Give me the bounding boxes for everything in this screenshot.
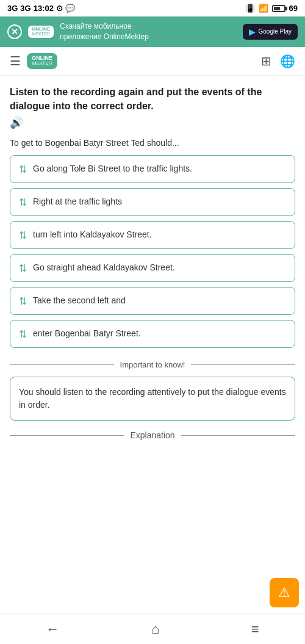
- drag-item[interactable]: ⇅ Take the second left and: [10, 287, 295, 315]
- bottom-nav: ← ⌂ ≡: [0, 613, 305, 644]
- explanation-divider-line-left: [10, 435, 124, 436]
- banner-logo: ONLINE МЕКТЕП: [28, 26, 54, 38]
- important-label: Important to know!: [120, 360, 185, 369]
- drag-item[interactable]: ⇅ Go along Tole Bi Street to the traffic…: [10, 155, 295, 183]
- battery-icon: [272, 5, 285, 12]
- gps-icon: ⊙: [56, 4, 63, 13]
- nav-right: ⊞ 🌐: [261, 54, 295, 68]
- drag-item-text: Right at the traffic lights: [33, 196, 122, 208]
- drag-item[interactable]: ⇅ Go straight ahead Kaldayakov Street.: [10, 254, 295, 282]
- warning-button[interactable]: ⚠: [270, 578, 299, 607]
- warning-icon: ⚠: [278, 585, 290, 601]
- time-display: 13:02: [34, 4, 54, 13]
- drag-item-text: turn left into Kaldayakov Street.: [33, 229, 152, 241]
- back-button[interactable]: ←: [46, 621, 59, 637]
- drag-item[interactable]: ⇅ Right at the traffic lights: [10, 188, 295, 216]
- drag-handle-icon: ⇅: [19, 230, 27, 241]
- hamburger-menu-icon[interactable]: ☰: [10, 54, 21, 68]
- status-bar: 3G 3G 13:02 ⊙ 💬 📳 📶 69: [0, 0, 305, 16]
- drag-items-list: ⇅ Go along Tole Bi Street to the traffic…: [10, 155, 295, 348]
- divider-line-left: [10, 364, 114, 365]
- status-left: 3G 3G 13:02 ⊙ 💬: [7, 4, 75, 13]
- info-box: You should listen to the recording atten…: [10, 377, 295, 421]
- banner-text-line1: Скачайте мобильное: [60, 21, 149, 32]
- explanation-label: Explanation: [130, 430, 174, 440]
- main-title: Listen to the recording again and put th…: [10, 85, 295, 131]
- grid-icon[interactable]: ⊞: [261, 54, 271, 68]
- banner-left: ✕ ONLINE МЕКТЕП Скачайте мобильное прило…: [7, 21, 149, 42]
- chat-icon: 💬: [65, 4, 75, 13]
- drag-handle-icon: ⇅: [19, 328, 27, 340]
- divider-line-right: [191, 364, 295, 365]
- banner-logo-line2: МЕКТЕП: [32, 32, 50, 37]
- status-right: 📳 📶 69: [245, 4, 298, 13]
- banner-text: Скачайте мобильное приложение OnlineMekt…: [60, 21, 149, 42]
- wifi-icon: 📶: [259, 4, 268, 13]
- banner-logo-line1: ONLINE: [32, 27, 50, 32]
- drag-item[interactable]: ⇅ enter Bogenbai Batyr Street.: [10, 320, 295, 348]
- top-banner: ✕ ONLINE МЕКТЕП Скачайте мобильное прило…: [0, 16, 305, 47]
- nav-left: ☰ ONLINE МЕКТЕП: [10, 53, 57, 70]
- banner-text-line2: приложение OnlineMektep: [60, 32, 149, 42]
- drag-handle-icon: ⇅: [19, 262, 27, 274]
- google-play-label: Google Play: [259, 28, 292, 35]
- drag-item-text: Go straight ahead Kaldayakov Street.: [33, 262, 175, 274]
- drag-item-text: Take the second left and: [33, 295, 126, 307]
- explanation-divider: Explanation: [10, 430, 295, 440]
- subtitle: To get to Bogenbai Batyr Street Ted shou…: [10, 138, 295, 148]
- battery-fill: [274, 7, 280, 10]
- menu-button[interactable]: ≡: [251, 621, 259, 637]
- nav-bar: ☰ ONLINE МЕКТЕП ⊞ 🌐: [0, 47, 305, 76]
- drag-handle-icon: ⇅: [19, 197, 27, 208]
- audio-icon[interactable]: 🔊: [10, 115, 23, 131]
- signal-text: 3G: [7, 4, 18, 13]
- drag-handle-icon: ⇅: [19, 295, 27, 307]
- explanation-divider-line-right: [181, 435, 295, 436]
- vibrate-icon: 📳: [245, 4, 255, 13]
- battery-level: 69: [289, 4, 298, 13]
- main-title-text: Listen to the recording again and put th…: [10, 85, 295, 113]
- nav-logo-line2: МЕКТЕП: [32, 61, 52, 67]
- important-divider: Important to know!: [10, 360, 295, 369]
- nav-logo: ONLINE МЕКТЕП: [27, 53, 57, 70]
- banner-close-button[interactable]: ✕: [7, 24, 22, 39]
- signal-text2: 3G: [20, 4, 30, 13]
- home-button[interactable]: ⌂: [151, 621, 159, 637]
- drag-handle-icon: ⇅: [19, 164, 27, 175]
- main-content: Listen to the recording again and put th…: [0, 76, 305, 613]
- drag-item[interactable]: ⇅ turn left into Kaldayakov Street.: [10, 221, 295, 249]
- google-play-button[interactable]: ▶ Google Play: [243, 24, 298, 40]
- drag-item-text: Go along Tole Bi Street to the traffic l…: [33, 163, 192, 175]
- drag-item-text: enter Bogenbai Batyr Street.: [33, 328, 141, 340]
- globe-icon[interactable]: 🌐: [280, 54, 295, 68]
- info-box-text: You should listen to the recording atten…: [19, 387, 286, 410]
- play-icon: ▶: [249, 27, 256, 37]
